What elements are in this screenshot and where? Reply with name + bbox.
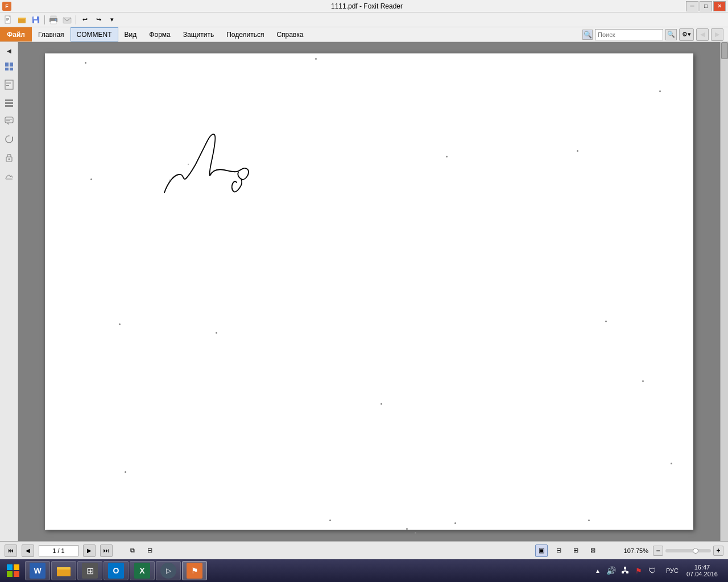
svg-rect-42 xyxy=(57,567,71,569)
copy-pages-button[interactable]: ⧉ xyxy=(126,544,139,557)
signature-image xyxy=(147,130,284,217)
back-button[interactable]: ◀ xyxy=(696,28,709,41)
taskbar-foxit[interactable]: ⚑ xyxy=(182,561,207,580)
svg-rect-25 xyxy=(5,105,13,107)
tray-volume-icon[interactable]: 🔊 xyxy=(606,565,617,576)
clock-date: 07.04.2016 xyxy=(686,571,718,577)
undo-button[interactable]: ↩ xyxy=(78,14,91,26)
separator-1 xyxy=(44,15,45,24)
svg-point-35 xyxy=(188,164,189,165)
menu-help[interactable]: Справка xyxy=(270,27,309,41)
pdf-artifact xyxy=(446,156,448,157)
svg-rect-15 xyxy=(5,63,9,66)
first-page-button[interactable]: ⏮ xyxy=(5,544,17,557)
close-button[interactable]: ✕ xyxy=(713,1,726,11)
clock-display[interactable]: 16:47 07.04.2016 xyxy=(682,564,722,577)
single-page-view-button[interactable]: ▣ xyxy=(535,544,548,557)
pdf-artifact xyxy=(216,332,217,334)
pdf-artifact xyxy=(85,62,86,64)
zoom-in-button[interactable]: + xyxy=(713,546,723,556)
taskbar-app6[interactable]: ▷ xyxy=(156,561,181,580)
pdf-artifact xyxy=(642,380,644,382)
sidebar-bookmarks-button[interactable] xyxy=(1,77,17,93)
taskbar-excel[interactable]: X xyxy=(130,561,155,580)
forward-button[interactable]: ▶ xyxy=(711,28,723,41)
prev-page-button[interactable]: ◀ xyxy=(22,544,34,557)
taskbar-outlook[interactable]: O xyxy=(104,561,129,580)
taskbar-calculator[interactable]: ⊞ xyxy=(77,561,102,580)
tray-antivirus-icon[interactable]: ⚑ xyxy=(633,565,644,576)
menu-comment[interactable]: COMMENT xyxy=(71,27,118,41)
svg-rect-41 xyxy=(57,568,71,576)
maximize-button[interactable]: □ xyxy=(700,1,712,11)
pdf-artifact xyxy=(588,519,590,521)
pdf-content-area[interactable] xyxy=(18,42,720,541)
sidebar-comments-button[interactable] xyxy=(1,113,17,129)
start-button[interactable] xyxy=(2,561,24,580)
search-submit-button[interactable]: 🔍 xyxy=(665,29,677,40)
system-tray: ▲ 🔊 ⚑ 🛡 xyxy=(588,565,663,576)
taskbar-explorer[interactable] xyxy=(51,561,76,580)
menu-form[interactable]: Форма xyxy=(143,27,176,41)
scrollbar-thumb[interactable] xyxy=(721,42,728,59)
menu-share[interactable]: Поделиться xyxy=(220,27,270,41)
svg-point-34 xyxy=(169,180,171,181)
app-icon: F xyxy=(2,2,11,11)
page-number-input[interactable] xyxy=(39,545,78,556)
menu-file[interactable]: Файл xyxy=(0,27,32,41)
email-button[interactable] xyxy=(61,14,73,26)
toolbar-settings-button[interactable]: ⚙▾ xyxy=(679,28,694,41)
svg-rect-24 xyxy=(5,102,13,104)
open-button[interactable] xyxy=(16,14,28,26)
pdf-artifact xyxy=(119,323,121,325)
pdf-artifact xyxy=(671,463,672,464)
tray-network-icon[interactable] xyxy=(619,565,631,576)
pdf-artifact xyxy=(659,90,661,92)
menu-home[interactable]: Главная xyxy=(32,27,71,41)
sidebar-layers-button[interactable] xyxy=(1,95,17,111)
zoom-slider-thumb[interactable] xyxy=(693,548,698,554)
pdf-artifact xyxy=(577,150,578,152)
tray-security2-icon[interactable]: 🛡 xyxy=(647,565,658,576)
zoom-slider[interactable] xyxy=(665,549,711,552)
search-icon-btn[interactable]: 🔍 xyxy=(582,30,593,40)
zoom-out-button[interactable]: − xyxy=(653,546,663,556)
sidebar-toggle[interactable]: ◀ xyxy=(3,44,15,57)
language-button[interactable]: РУС xyxy=(664,566,681,575)
svg-rect-29 xyxy=(6,120,10,121)
foxit-icon: ⚑ xyxy=(187,563,202,579)
more-button[interactable]: ▾ xyxy=(106,14,118,26)
new-button[interactable] xyxy=(2,14,15,26)
two-page-view-button[interactable]: ⊞ xyxy=(569,544,582,557)
redo-button[interactable]: ↪ xyxy=(92,14,105,26)
minimize-button[interactable]: ─ xyxy=(686,1,698,11)
pdf-artifact xyxy=(90,178,92,180)
menu-view[interactable]: Вид xyxy=(118,27,143,41)
tray-expand-button[interactable]: ▲ xyxy=(592,565,603,576)
left-sidebar: ◀ xyxy=(0,42,18,541)
sidebar-security-button[interactable] xyxy=(1,149,17,165)
calc-icon: ⊞ xyxy=(82,563,98,579)
app6-icon: ▷ xyxy=(160,563,176,579)
taskbar-word[interactable]: W xyxy=(25,561,50,580)
sidebar-attachment-button[interactable] xyxy=(1,131,17,147)
menu-protect[interactable]: Защитить xyxy=(177,27,220,41)
vertical-scrollbar[interactable] xyxy=(720,42,728,541)
extract-pages-button[interactable]: ⊟ xyxy=(143,544,156,557)
svg-rect-9 xyxy=(34,20,38,23)
continuous-view-button[interactable]: ⊟ xyxy=(552,544,565,557)
print-button[interactable] xyxy=(47,14,60,26)
pdf-artifact xyxy=(605,321,607,322)
next-page-button[interactable]: ▶ xyxy=(83,544,96,557)
pdf-artifact xyxy=(415,532,416,534)
separator-2 xyxy=(76,15,76,24)
spread-view-button[interactable]: ⊠ xyxy=(586,544,599,557)
search-input[interactable] xyxy=(595,29,663,40)
sidebar-signature-button[interactable] xyxy=(1,168,17,184)
sidebar-thumbnails-button[interactable] xyxy=(1,59,17,74)
clock-time: 16:47 xyxy=(694,564,710,571)
svg-rect-20 xyxy=(6,82,11,82)
svg-rect-37 xyxy=(14,564,19,570)
last-page-button[interactable]: ⏭ xyxy=(100,544,113,557)
save-button[interactable] xyxy=(30,14,42,26)
